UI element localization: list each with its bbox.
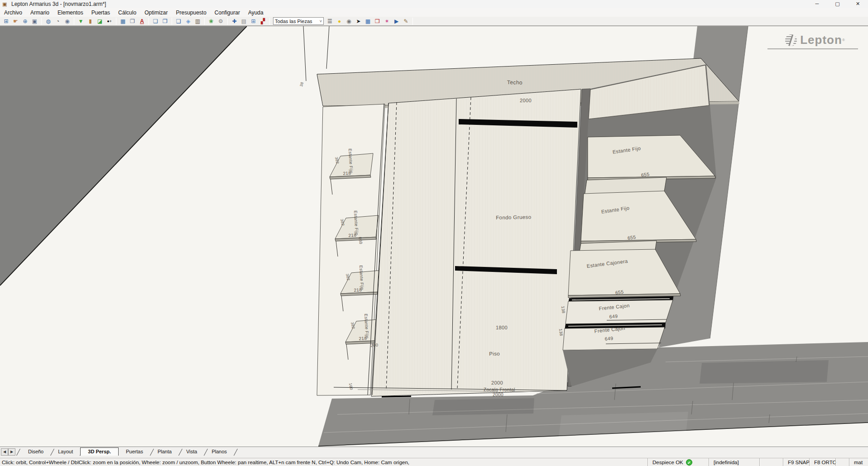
video-camera-icon[interactable]: ▣ (30, 17, 39, 25)
menu-armario[interactable]: Armario (26, 9, 53, 17)
status-orto-toggle[interactable]: F8 ORTO (809, 458, 835, 466)
tab-3d-persp[interactable]: 3D Persp. (80, 447, 119, 456)
export-pdf-icon[interactable]: ❒ (373, 17, 382, 25)
light-bulb-icon[interactable]: ● (335, 17, 344, 25)
snapshot-camera-icon[interactable]: ◉ (63, 17, 72, 25)
filter-doors-icon[interactable]: ◪ (96, 17, 104, 25)
lepton-logo-icon (785, 34, 797, 46)
label-zocalo: Zocalo Frontal (484, 387, 515, 392)
tab-vista[interactable]: Vista (179, 448, 204, 456)
status-material: [indefinida] (709, 458, 759, 466)
window-title: Lepton Armarius 3d - [novmarzo1.arm*] (11, 1, 106, 7)
status-bar: Click: orbit, Control+Wheele / DblClick:… (0, 458, 868, 466)
close-button[interactable]: ✕ (848, 0, 868, 8)
minimize-button[interactable]: ─ (807, 0, 827, 8)
video-export-icon[interactable]: ▶ (392, 17, 401, 25)
status-hint: Click: orbit, Control+Wheele / DblClick:… (0, 460, 647, 465)
menu-optimizar[interactable]: Optimizar (140, 9, 172, 17)
grid-panel-icon[interactable]: ▤ (240, 17, 248, 25)
dim-drawer-2-height: 138 (558, 328, 564, 336)
menu-bar: Archivo Armario Elementos Puertas Cálcul… (0, 8, 868, 17)
photo-camera-icon[interactable]: ◉ (345, 17, 353, 25)
status-despiece: Despiece OK ✔ (647, 458, 709, 466)
text-label-icon[interactable]: A (138, 17, 146, 25)
panel-layout-icon[interactable]: ▦ (119, 17, 127, 25)
title-bar: ▣ Lepton Armarius 3d - [novmarzo1.arm*] … (0, 0, 868, 8)
label-fondo-grueso: Fondo Grueso (496, 214, 532, 220)
dim-drawer-1-height: 138 (561, 306, 566, 314)
diamond-view-icon[interactable]: ◈ (184, 17, 192, 25)
dim-techo-width: 2000 (520, 98, 532, 103)
tabs-scroll-left[interactable]: ◀ (1, 448, 8, 456)
view-tab-bar: ◀ ▶ Diseño Layout 3D Persp. Puertas Plan… (0, 447, 868, 458)
dim-drawer-2: 649 (604, 335, 614, 342)
list-options-icon[interactable]: ☰ (326, 17, 334, 25)
dim-zocalo-width: 2000 (493, 392, 504, 397)
status-snap-toggle[interactable]: F9 SNAP (783, 458, 809, 466)
menu-configurar[interactable]: Configurar (211, 9, 244, 17)
zoom-window-icon[interactable]: ⊞ (2, 17, 10, 25)
tabs-scroll-right[interactable]: ▶ (8, 448, 15, 456)
dim-left-shelf-2-width: 218 (348, 233, 357, 238)
twitter-bird-icon[interactable]: ➤ (354, 17, 363, 25)
status-spacer-2 (835, 458, 849, 466)
tab-planta[interactable]: Planta (150, 448, 179, 456)
app-window: ▣ Lepton Armarius 3d - [novmarzo1.arm*] … (0, 0, 868, 466)
logo-underline (767, 48, 858, 49)
maximize-button[interactable]: ▢ (827, 0, 848, 8)
menu-calculo[interactable]: Cálculo (114, 9, 140, 17)
door-icon[interactable]: ▮ (86, 17, 95, 25)
menu-elementos[interactable]: Elementos (53, 9, 87, 17)
cube-face-icon[interactable]: ❑ (174, 17, 183, 25)
material-render-icon[interactable]: ❀ (207, 17, 216, 25)
magic-wand-icon[interactable]: ✶ (383, 17, 391, 25)
dim-drawer-1: 649 (609, 313, 618, 319)
chevron-down-icon: ˅ (320, 19, 322, 24)
view-rotation-icon[interactable]: ◔ (53, 17, 62, 25)
menu-ayuda[interactable]: Ayuda (244, 9, 268, 17)
registered-mark: ® (842, 38, 845, 42)
print-preview-icon[interactable]: ❐ (128, 17, 137, 25)
dim-left-shelf-1-width: 218 (343, 171, 351, 176)
red-tool-icon[interactable]: ▞ (259, 17, 267, 25)
dim-left-gap: 200 (370, 342, 379, 348)
dim-rail-height: 1800 (496, 325, 508, 330)
check-icon: ✔ (686, 459, 692, 466)
tab-planos[interactable]: Planos (204, 448, 234, 456)
cabinet-3d-icon[interactable]: ▥ (193, 17, 202, 25)
status-right: mat (849, 458, 868, 466)
pan-hand-icon[interactable]: ☛ (11, 17, 20, 25)
main-toolbar: ⊞ ☛ ⊕ ▣ ◍ ◔ ◉ ▼ ▮ ◪ ●+ ▦ ❐ A ❏ ❐ ❑ ◈ ▥ ❀… (0, 17, 868, 26)
dim-left-height: 860 (358, 237, 363, 244)
cube-solid-icon[interactable]: ❐ (161, 17, 169, 25)
tab-layout[interactable]: Layout (51, 448, 80, 456)
zoom-extents-icon[interactable]: ⊕ (21, 17, 29, 25)
cube-wireframe-icon[interactable]: ❏ (151, 17, 160, 25)
filter-pieces-icon[interactable]: ▼ (77, 17, 85, 25)
menu-puertas[interactable]: Puertas (87, 9, 114, 17)
menu-presupuesto[interactable]: Presupuesto (172, 9, 210, 17)
orbit-sphere-icon[interactable]: ◍ (44, 17, 53, 25)
piece-filter-value: Todas las Piezas (275, 19, 320, 24)
tab-puertas[interactable]: Puertas (119, 448, 150, 456)
dim-left-shelf-4-width: 218 (359, 336, 367, 341)
point-marker-icon[interactable]: ●+ (105, 17, 114, 25)
label-piso: Piso (489, 351, 500, 357)
lepton-logo-text: Lepton (800, 33, 842, 47)
annotate-pencil-icon[interactable]: ✎ (402, 17, 410, 25)
dim-piso-width: 2000 (491, 380, 503, 385)
piece-filter-dropdown[interactable]: Todas las Piezas ˅ (273, 17, 324, 25)
crosshair-icon[interactable]: ✚ (230, 17, 239, 25)
3d-viewport[interactable]: Techo 2000 38 Estante Fijo 382 218 Estan… (0, 26, 868, 447)
calculator-icon[interactable]: ▦ (364, 17, 372, 25)
app-icon: ▣ (2, 1, 9, 7)
window-grid-icon[interactable]: ⊞ (249, 17, 258, 25)
wardrobe-3d-scene (0, 26, 868, 447)
dim-left-shelf-3-width: 218 (354, 287, 362, 293)
tab-diseno[interactable]: Diseño (21, 448, 51, 456)
menu-archivo[interactable]: Archivo (0, 9, 26, 17)
settings-gear-icon[interactable]: ⚙ (216, 17, 225, 25)
lepton-logo: Lepton® (767, 33, 863, 56)
dim-left-base: 160 (348, 383, 354, 390)
status-spacer (759, 458, 783, 466)
